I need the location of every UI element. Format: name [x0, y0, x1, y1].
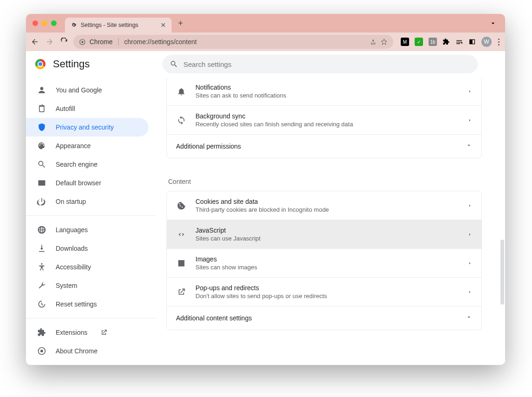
row-subtitle: Sites can use Javascript: [196, 235, 261, 242]
divider: [26, 318, 156, 319]
maximize-window-button[interactable]: [51, 20, 57, 26]
sidebar-item-privacy-security[interactable]: Privacy and security: [26, 118, 148, 137]
extension-icon[interactable]: M: [401, 38, 409, 46]
setting-row-cookies[interactable]: Cookies and site data Third-party cookie…: [167, 191, 481, 220]
setting-row-notifications[interactable]: Notifications Sites can ask to send noti…: [167, 77, 481, 105]
shield-icon: [37, 123, 46, 132]
tabs-dropdown-icon[interactable]: [489, 20, 497, 27]
sidebar-item-label: You and Google: [56, 86, 102, 94]
content-section-label: Content: [167, 169, 482, 191]
tab-title: Settings - Site settings: [81, 22, 138, 28]
panel-icon[interactable]: [468, 38, 476, 46]
sidebar-item-default-browser[interactable]: Default browser: [26, 174, 148, 192]
clipboard-icon: [37, 104, 46, 113]
chrome-icon: [79, 39, 86, 46]
reload-button[interactable]: [60, 38, 69, 46]
sidebar-item-label: System: [56, 282, 77, 289]
chevron-right-icon: [468, 87, 472, 96]
extension-icon[interactable]: 1b: [429, 38, 437, 46]
sidebar-item-label: About Chrome: [56, 347, 97, 355]
chevron-right-icon: [468, 202, 472, 210]
popup-icon: [176, 287, 186, 297]
sidebar-item-label: Appearance: [56, 142, 91, 150]
sidebar-item-reset-settings[interactable]: Reset settings: [26, 295, 148, 313]
sidebar-item-extensions[interactable]: Extensions: [26, 323, 148, 342]
bell-icon: [176, 87, 186, 96]
media-icon[interactable]: [455, 38, 463, 46]
scrollbar[interactable]: [500, 240, 504, 305]
row-title: Images: [196, 255, 257, 263]
sidebar-item-about-chrome[interactable]: About Chrome: [26, 342, 148, 360]
chrome-outline-icon: [37, 346, 46, 356]
additional-permissions-toggle[interactable]: Additional permissions: [167, 134, 481, 158]
sidebar-item-you-and-google[interactable]: You and Google: [26, 81, 148, 99]
settings-panel: Notifications Sites can ask to send noti…: [156, 77, 505, 365]
window-controls[interactable]: [32, 20, 57, 26]
close-window-button[interactable]: [32, 20, 38, 26]
browser-window: Settings - Site settings ✕ + Chrome chro…: [26, 14, 505, 365]
forward-button[interactable]: [45, 38, 54, 46]
row-title: Notifications: [196, 84, 287, 91]
sidebar-item-downloads[interactable]: Downloads: [26, 239, 148, 258]
chrome-logo-icon: [35, 59, 45, 69]
chevron-down-icon: [466, 142, 472, 150]
open-external-icon: [99, 328, 109, 337]
omnibox-label: Chrome: [90, 38, 113, 46]
setting-row-popups[interactable]: Pop-ups and redirects Don't allow sites …: [167, 277, 481, 306]
search-icon: [170, 60, 178, 68]
sidebar-item-label: Default browser: [56, 179, 101, 187]
page-title: Settings: [53, 58, 90, 70]
browser-tab[interactable]: Settings - Site settings ✕: [65, 18, 172, 33]
permissions-card: Notifications Sites can ask to send noti…: [167, 77, 482, 158]
setting-row-background-sync[interactable]: Background sync Recently closed sites ca…: [167, 105, 481, 134]
row-subtitle: Third-party cookies are blocked in Incog…: [196, 206, 329, 213]
tab-strip: Settings - Site settings ✕ +: [26, 14, 505, 33]
row-title: Pop-ups and redirects: [196, 284, 327, 292]
sidebar-item-accessibility[interactable]: Accessibility: [26, 258, 148, 276]
minimize-window-button[interactable]: [42, 20, 47, 26]
download-icon: [37, 244, 46, 253]
gear-icon: [71, 22, 77, 28]
restore-icon: [37, 299, 46, 309]
profile-avatar[interactable]: W: [481, 37, 492, 47]
browser-icon: [37, 178, 46, 188]
extensions-puzzle-icon[interactable]: [442, 38, 450, 46]
chevron-down-icon: [466, 314, 472, 322]
settings-sidebar: You and Google Autofill Privacy and secu…: [26, 77, 156, 365]
cookie-icon: [176, 201, 186, 210]
extension-icon[interactable]: ✓: [415, 38, 423, 46]
additional-content-toggle[interactable]: Additional content settings: [167, 306, 481, 330]
palette-icon: [37, 141, 46, 150]
row-subtitle: Recently closed sites can finish sending…: [196, 121, 353, 128]
share-icon[interactable]: [370, 39, 377, 46]
sidebar-item-label: Privacy and security: [56, 124, 114, 131]
address-bar[interactable]: Chrome chrome://settings/content: [73, 35, 393, 49]
sidebar-item-on-startup[interactable]: On startup: [26, 192, 148, 211]
accessibility-icon: [37, 262, 46, 272]
sidebar-item-label: Accessibility: [56, 263, 91, 271]
sidebar-item-autofill[interactable]: Autofill: [26, 99, 148, 118]
sidebar-item-appearance[interactable]: Appearance: [26, 137, 148, 155]
setting-row-javascript[interactable]: JavaScript Sites can use Javascript: [167, 220, 481, 248]
row-title: Additional permissions: [176, 143, 241, 150]
setting-row-images[interactable]: Images Sites can show images: [167, 248, 481, 277]
settings-search[interactable]: [162, 55, 478, 73]
row-subtitle: Sites can ask to send notifications: [196, 92, 287, 99]
back-button[interactable]: [31, 38, 39, 46]
new-tab-button[interactable]: +: [178, 19, 183, 28]
browser-menu-button[interactable]: [497, 38, 500, 46]
person-icon: [37, 85, 46, 95]
close-tab-button[interactable]: ✕: [160, 21, 166, 29]
toolbar-extensions: M ✓ 1b W: [401, 37, 500, 47]
sidebar-item-languages[interactable]: Languages: [26, 221, 148, 239]
row-title: Cookies and site data: [196, 198, 329, 205]
chevron-right-icon: [468, 288, 472, 296]
search-input[interactable]: [184, 60, 470, 68]
globe-icon: [37, 225, 46, 234]
content-card: Cookies and site data Third-party cookie…: [167, 191, 482, 330]
sidebar-item-label: Downloads: [56, 245, 88, 252]
sync-icon: [176, 116, 186, 125]
sidebar-item-search-engine[interactable]: Search engine: [26, 155, 148, 174]
sidebar-item-system[interactable]: System: [26, 276, 148, 295]
bookmark-star-icon[interactable]: [380, 38, 388, 46]
